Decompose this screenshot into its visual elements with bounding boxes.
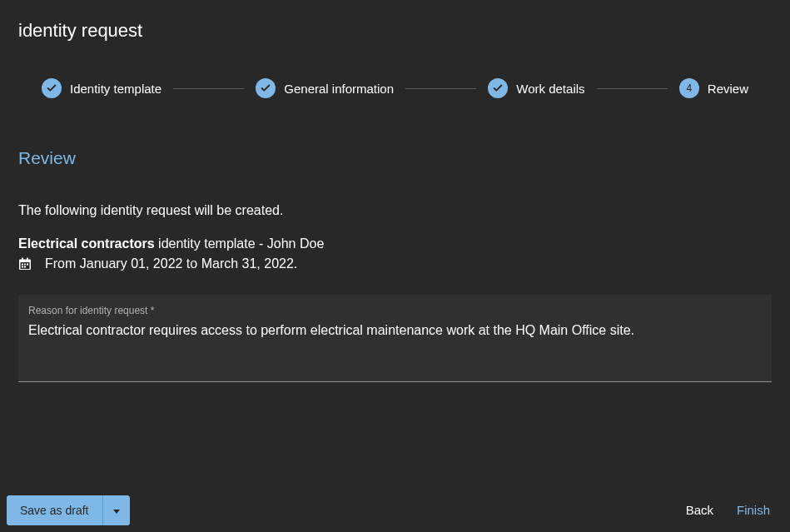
svg-rect-6 — [27, 264, 28, 266]
chevron-down-icon — [113, 504, 120, 516]
step-number-icon: 4 — [679, 78, 699, 98]
template-suffix: identity template - John Doe — [155, 236, 325, 251]
reason-label: Reason for identity request * — [28, 305, 762, 316]
step-connector — [597, 88, 668, 89]
save-draft-group: Save as draft — [7, 495, 130, 525]
reason-field[interactable]: Reason for identity request * Electrical… — [18, 295, 772, 382]
page-title: identity request — [0, 0, 790, 42]
date-range-text: From January 01, 2022 to March 31, 2022. — [45, 256, 297, 271]
calendar-icon — [18, 257, 32, 271]
svg-rect-4 — [22, 264, 23, 266]
check-icon — [488, 78, 508, 98]
footer: Save as draft Back Finish — [0, 495, 790, 525]
review-content: Review The following identity request wi… — [0, 98, 790, 382]
step-work-details[interactable]: Work details — [488, 78, 584, 98]
svg-rect-2 — [22, 258, 23, 261]
save-as-draft-dropdown-button[interactable] — [102, 495, 130, 525]
step-general-information[interactable]: General information — [256, 78, 394, 98]
check-icon — [42, 78, 62, 98]
step-label: General information — [284, 82, 394, 96]
date-line: From January 01, 2022 to March 31, 2022. — [18, 256, 772, 271]
stepper: Identity template General information Wo… — [0, 42, 790, 98]
save-as-draft-button[interactable]: Save as draft — [7, 495, 102, 525]
svg-rect-3 — [27, 258, 28, 261]
svg-rect-5 — [24, 264, 26, 266]
check-icon — [256, 78, 276, 98]
step-identity-template[interactable]: Identity template — [42, 78, 161, 98]
step-connector — [405, 88, 476, 89]
back-button[interactable]: Back — [671, 495, 728, 525]
reason-text: Electrical contractor requires access to… — [28, 321, 762, 358]
step-label: Work details — [516, 82, 584, 96]
svg-rect-1 — [21, 262, 30, 269]
section-heading: Review — [18, 148, 772, 168]
step-review[interactable]: 4 Review — [679, 78, 748, 98]
finish-button[interactable]: Finish — [728, 495, 778, 525]
template-name: Electrical contractors — [18, 236, 155, 251]
step-label: Identity template — [70, 82, 161, 96]
step-label: Review — [708, 82, 748, 96]
step-connector — [173, 88, 244, 89]
template-line: Electrical contractors identity template… — [18, 236, 772, 251]
svg-rect-8 — [24, 266, 26, 268]
intro-text: The following identity request will be c… — [18, 203, 772, 218]
svg-rect-7 — [22, 266, 23, 268]
